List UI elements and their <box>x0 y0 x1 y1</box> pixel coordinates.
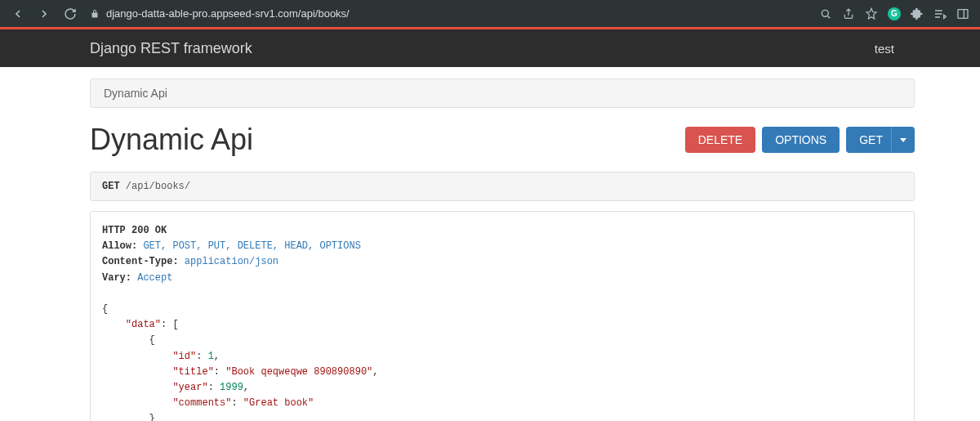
url-text: django-datta-able-pro.appseed-srv1.com/a… <box>106 7 350 20</box>
svg-point-0 <box>822 10 828 16</box>
lock-icon <box>90 9 100 19</box>
panel-icon[interactable] <box>952 3 973 25</box>
get-button[interactable]: GET <box>846 127 898 153</box>
delete-button[interactable]: DELETE <box>685 127 755 153</box>
status-line: HTTP 200 OK <box>102 225 167 236</box>
reload-button[interactable] <box>59 2 82 25</box>
bookmark-star-icon[interactable] <box>861 3 882 25</box>
forward-button[interactable] <box>33 2 56 25</box>
brand-link[interactable]: Django REST framework <box>90 40 252 57</box>
page-header: Dynamic Api DELETE OPTIONS GET <box>90 123 915 157</box>
action-buttons: DELETE OPTIONS GET <box>685 127 915 153</box>
breadcrumb: Dynamic Api <box>90 78 915 108</box>
svg-rect-1 <box>958 9 968 18</box>
page-title: Dynamic Api <box>90 123 253 157</box>
response-block: HTTP 200 OK Allow: GET, POST, PUT, DELET… <box>90 211 915 421</box>
options-button[interactable]: OPTIONS <box>762 127 840 153</box>
drf-navbar: Django REST framework test <box>0 29 980 67</box>
chevron-down-icon <box>900 138 906 142</box>
share-icon[interactable] <box>838 3 859 25</box>
breadcrumb-item[interactable]: Dynamic Api <box>104 87 167 100</box>
user-menu[interactable]: test <box>875 42 894 56</box>
playlist-icon[interactable] <box>929 3 951 25</box>
get-dropdown-button[interactable] <box>891 127 915 153</box>
request-method: GET <box>102 181 120 192</box>
grammarly-icon[interactable]: G <box>884 3 905 25</box>
back-button[interactable] <box>7 2 29 25</box>
zoom-icon[interactable] <box>815 3 836 25</box>
request-path: /api/books/ <box>126 181 190 192</box>
browser-toolbar: django-datta-able-pro.appseed-srv1.com/a… <box>0 0 980 27</box>
request-line: GET /api/books/ <box>90 172 915 201</box>
address-bar[interactable]: django-datta-able-pro.appseed-srv1.com/a… <box>90 2 804 25</box>
extensions-icon[interactable] <box>906 3 928 25</box>
